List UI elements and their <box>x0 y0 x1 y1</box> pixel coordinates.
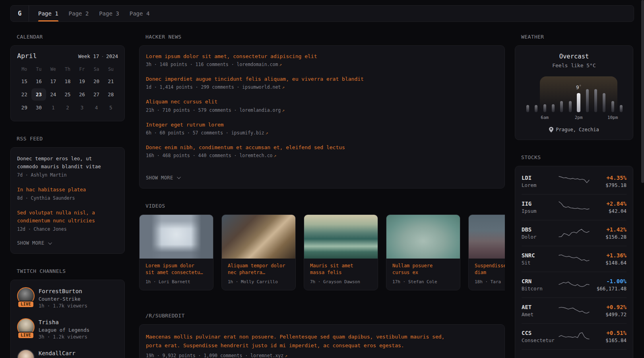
stock-row-ahs[interactable]: AHS+0.46% <box>522 350 627 358</box>
stock-row-ldi[interactable]: LDILorem+4.35%$795.18 <box>522 169 627 195</box>
stocks-card: LDILorem+4.35%$795.18IIGIpsum+2.84%$42.0… <box>515 166 633 358</box>
video-thumbnail <box>304 215 378 259</box>
video-thumbnail <box>140 215 213 259</box>
rss-item-title[interactable]: Donec tempor eros leo, ut commodo mauris… <box>17 155 118 171</box>
video-card[interactable]: Mauris sit amet massa felis7h · Grayson … <box>304 214 378 290</box>
stock-identity: CRNBitcorn <box>522 278 558 292</box>
stock-values: +0.51%$165.84 <box>590 329 627 344</box>
calendar-day: 15 <box>17 75 31 88</box>
video-title[interactable]: Lorem ipsum dolor sit amet consectetu… <box>145 263 207 276</box>
hackernews-item-title[interactable]: Donec imperdiet augue tincidunt felis al… <box>146 76 498 83</box>
hackernews-section: HACKER NEWS Lorem ipsum dolor sit amet, … <box>139 34 505 189</box>
nav-tab-page-3[interactable]: Page 3 <box>99 6 119 21</box>
rss-section: RSS FEED Donec tempor eros leo, ut commo… <box>10 136 125 254</box>
stock-sparkline <box>558 355 590 358</box>
hackernews-item-title[interactable]: Lorem ipsum dolor sit amet, consectetur … <box>146 53 498 60</box>
hackernews-item: Integer eget rutrum lorem6h · 60 points … <box>146 121 498 136</box>
hackernews-item-domain-link[interactable]: loremtech.co <box>239 153 272 158</box>
stock-row-crn[interactable]: CRNBitcorn-1.00%$66,171.48 <box>522 272 627 298</box>
stock-name: Consectetur <box>522 337 558 344</box>
location-pin-icon <box>549 127 553 132</box>
scrollbar-thumb[interactable] <box>641 0 644 183</box>
hackernews-item-title[interactable]: Integer eget rutrum lorem <box>146 121 498 128</box>
calendar-day: 19 <box>75 75 89 88</box>
stock-price: $42.04 <box>590 208 627 214</box>
left-column: CALENDAR April Week 17·2024 MoTuWeThFrSa… <box>10 34 125 358</box>
hackernews-item-domain-link[interactable]: loremlandia.org <box>239 107 281 113</box>
external-link-icon: ↗ <box>274 153 277 158</box>
stock-price: $148.64 <box>590 260 627 266</box>
calendar-weekday: Tu <box>31 66 46 72</box>
rss-show-more-button[interactable]: SHOW MORE <box>17 240 51 246</box>
twitch-channel-row[interactable]: KendallCarr <box>17 349 118 358</box>
stock-price: $499.72 <box>590 311 627 318</box>
subreddit-post-meta: 19h · 9,932 points · 1,090 comments · lo… <box>146 353 498 358</box>
video-card[interactable]: Lorem ipsum dolor sit amet consectetu…1h… <box>139 214 213 290</box>
calendar-weekday-row: MoTuWeThFrSaSu <box>17 66 118 72</box>
calendar-section-label: CALENDAR <box>17 34 125 40</box>
stock-row-dbs[interactable]: DBSDolor+1.42%$156.28 <box>522 220 627 246</box>
nav-tab-page-1[interactable]: Page 1 <box>38 6 58 21</box>
live-badge: LIVE <box>17 332 34 339</box>
video-title[interactable]: Suspendisse diam <box>475 263 505 276</box>
nav-tab-page-2[interactable]: Page 2 <box>69 6 89 21</box>
sparkline-chart <box>558 303 590 317</box>
video-title[interactable]: Nullam posuere cursus ex <box>392 263 454 276</box>
external-link-icon: ↗ <box>279 62 282 67</box>
rss-item-title[interactable]: In hac habitasse platea <box>17 186 118 194</box>
weather-location-row[interactable]: Prague, Czechia <box>522 127 626 132</box>
calendar-day: 2 <box>60 101 75 114</box>
hackernews-card: Lorem ipsum dolor sit amet, consectetur … <box>139 45 505 189</box>
stock-change: +2.84% <box>590 200 627 207</box>
sparkline-chart <box>558 355 590 358</box>
chevron-down-icon <box>48 241 52 245</box>
video-title[interactable]: Aliquam tempor dolor nec pharetra… <box>228 263 289 276</box>
stock-values: +4.35%$795.18 <box>590 174 627 189</box>
calendar-day: 5 <box>104 101 118 114</box>
hackernews-item-meta-text: 21h · 710 points · 579 comments · <box>146 107 239 113</box>
video-card[interactable]: Suspendisse diam18h · Tara <box>468 214 505 290</box>
subreddit-post-domain-link[interactable]: loremnet.xyz <box>250 353 283 358</box>
rss-item-meta: 12d · Chance Jones <box>17 226 118 232</box>
weather-bar <box>526 105 529 112</box>
twitch-channel-row[interactable]: LIVEForrestBurtonCounter-Strike1h · 1.7k… <box>17 287 118 312</box>
twitch-channel-info: TrishaLeague of Legends3h · 1.2k viewers <box>39 318 89 343</box>
hackernews-show-more-button[interactable]: SHOW MORE <box>146 175 180 181</box>
calendar-day: 28 <box>104 88 118 101</box>
calendar-day: 29 <box>17 101 31 114</box>
twitch-channel-name: Trisha <box>39 318 89 325</box>
stock-name: Sit <box>522 260 558 266</box>
weather-bar <box>611 101 614 112</box>
stock-row-aet[interactable]: AETAmet+0.92%$499.72 <box>522 298 627 324</box>
scrollbar[interactable] <box>641 0 644 358</box>
rss-item-title[interactable]: Sed volutpat nulla nisl, a condimentum n… <box>17 209 118 225</box>
video-card[interactable]: Nullam posuere cursus ex17h · Stefan Col… <box>386 214 460 290</box>
subreddit-post-meta-text: 19h · 9,932 points · 1,090 comments · <box>146 353 250 358</box>
video-card[interactable]: Aliquam tempor dolor nec pharetra…1h · M… <box>221 214 296 290</box>
stock-values: +1.36%$148.64 <box>590 252 627 266</box>
stock-identity: SNRCSit <box>522 252 558 266</box>
hackernews-item-meta: 6h · 60 points · 57 comments · ipsumify.… <box>146 130 498 136</box>
weather-current-temp-value: 9 <box>576 84 579 90</box>
hackernews-item: Donec enim nibh, condimentum et accumsan… <box>146 144 498 158</box>
hackernews-item-domain-link[interactable]: loremdomain.com <box>237 62 278 67</box>
calendar-day: 25 <box>60 88 75 101</box>
stock-row-iig[interactable]: IIGIpsum+2.84%$42.04 <box>522 195 627 220</box>
video-title[interactable]: Mauris sit amet massa felis <box>310 263 372 276</box>
weather-bar <box>620 105 623 112</box>
app-logo[interactable]: G <box>11 6 29 21</box>
nav-tab-page-4[interactable]: Page 4 <box>130 6 150 21</box>
video-thumbnail <box>222 215 295 259</box>
stock-sparkline <box>558 200 590 215</box>
twitch-channel-row[interactable]: LIVETrishaLeague of Legends3h · 1.2k vie… <box>17 318 118 343</box>
subreddit-post-title[interactable]: Maecenas mollis pulvinar erat non posuer… <box>146 333 498 351</box>
hackernews-item-domain-link[interactable]: ipsumworld.net <box>242 84 281 90</box>
stock-row-ccs[interactable]: CCSConsectetur+0.51%$165.84 <box>522 324 627 350</box>
hackernews-item-domain-link[interactable]: ipsumify.biz <box>231 130 264 136</box>
stock-row-snrc[interactable]: SNRCSit+1.36%$148.64 <box>522 246 627 272</box>
hackernews-item-title[interactable]: Aliquam nec cursus elit <box>146 98 498 105</box>
middle-column: HACKER NEWS Lorem ipsum dolor sit amet, … <box>139 34 505 358</box>
subreddit-section-label: /R/SUBREDDIT <box>145 313 505 319</box>
hackernews-item-title[interactable]: Donec enim nibh, condimentum et accumsan… <box>146 144 498 151</box>
stock-name: Dolor <box>522 234 558 240</box>
